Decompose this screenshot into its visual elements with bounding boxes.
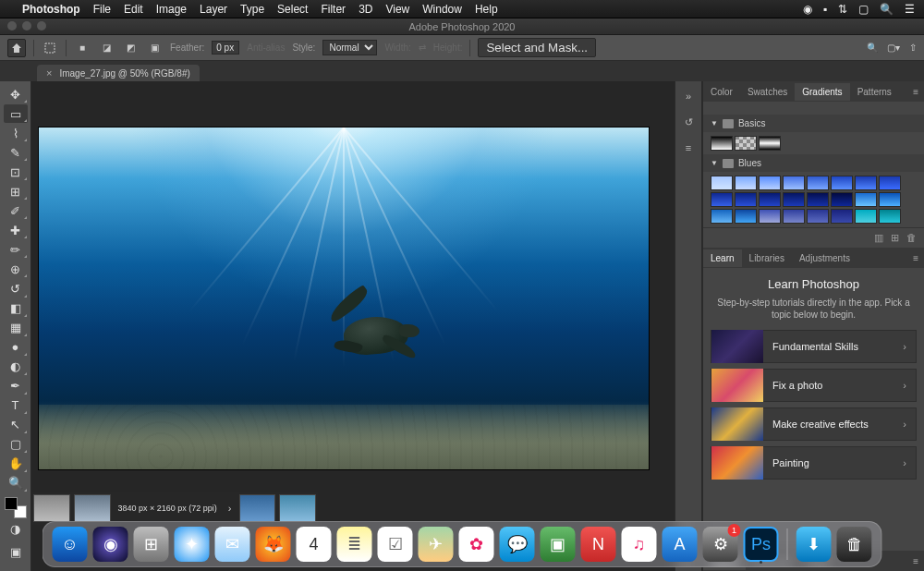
crop-tool[interactable]: ⊡ [4, 163, 28, 181]
dock-finder[interactable]: ☺ [53, 527, 88, 562]
gradient-swatch[interactable] [711, 176, 733, 190]
menu-layer[interactable]: Layer [200, 3, 227, 16]
quick-mask-icon[interactable]: ◑ [4, 519, 28, 539]
gradient-swatch[interactable] [855, 209, 877, 224]
recent-thumb[interactable] [33, 494, 70, 522]
close-window-button[interactable] [7, 21, 17, 30]
rectangle-tool[interactable]: ▢ [4, 435, 28, 454]
lasso-tool[interactable]: ⌇ [4, 124, 28, 142]
menu-filter[interactable]: Filter [321, 3, 346, 16]
dock-trash[interactable]: 🗑 [837, 527, 872, 562]
subtract-selection-icon[interactable]: ◩ [122, 40, 139, 56]
dock-calendar[interactable]: 4 [297, 527, 332, 562]
dock-maps[interactable]: ✈ [419, 527, 454, 562]
delete-gradient-icon[interactable]: 🗑 [906, 232, 917, 244]
feather-input[interactable]: 0 px [212, 41, 239, 55]
dock-notes[interactable]: ≣ [337, 527, 372, 562]
zoom-tool[interactable]: 🔍 [4, 474, 28, 492]
gradient-swatch[interactable] [759, 209, 781, 224]
tab-patterns[interactable]: Patterns [850, 83, 899, 101]
document-tab[interactable]: × Image_27.jpg @ 50% (RGB/8#) [37, 65, 200, 81]
menu-select[interactable]: Select [277, 3, 308, 16]
type-tool[interactable]: T [4, 396, 28, 415]
dock-messages[interactable]: 💬 [500, 527, 535, 562]
properties-panel-icon[interactable]: ≡ [679, 139, 698, 157]
menu-view[interactable]: View [385, 3, 409, 16]
menu-file[interactable]: File [93, 3, 111, 16]
gradient-swatch[interactable] [807, 176, 829, 190]
expand-panels-icon[interactable]: » [679, 87, 698, 105]
cc-status-icon[interactable]: ◉ [803, 3, 812, 16]
gradient-swatch[interactable] [783, 209, 805, 224]
panel-menu-icon[interactable]: ≡ [907, 87, 924, 97]
path-select-tool[interactable]: ↖ [4, 416, 28, 434]
frame-tool[interactable]: ⊞ [4, 182, 28, 200]
gradient-swatch[interactable] [879, 176, 901, 190]
menu-help[interactable]: Help [475, 3, 498, 16]
gradient-swatch[interactable] [879, 209, 901, 224]
blur-tool[interactable]: ● [4, 338, 28, 357]
recent-thumb[interactable] [74, 494, 111, 522]
panel-menu-icon[interactable]: ≡ [907, 253, 924, 263]
learn-card[interactable]: Fix a photo› [711, 369, 917, 402]
learn-card[interactable]: Painting› [711, 446, 917, 480]
gradient-swatch[interactable] [807, 192, 829, 207]
dock-photoshop[interactable]: Ps [744, 527, 779, 562]
dock-safari[interactable]: ✦ [175, 527, 210, 562]
sync-icon[interactable]: ⇅ [838, 3, 847, 16]
gradient-swatch[interactable] [711, 209, 733, 224]
dock-music[interactable]: ♫ [622, 527, 657, 562]
pen-tool[interactable]: ✒ [4, 377, 28, 395]
minimize-window-button[interactable] [22, 21, 31, 30]
dock-launchpad[interactable]: ⊞ [134, 527, 169, 562]
dock-mail[interactable]: ✉ [215, 527, 250, 562]
dock-facetime[interactable]: ▣ [541, 527, 576, 562]
style-select[interactable]: Normal [322, 40, 377, 55]
app-menu[interactable]: Photoshop [22, 3, 80, 16]
gradient-swatch[interactable] [855, 176, 877, 190]
tab-libraries[interactable]: Libraries [742, 249, 792, 267]
menu-image[interactable]: Image [156, 3, 187, 16]
rect-marquee-tool[interactable]: ▭ [4, 104, 28, 123]
dock-firefox[interactable]: 🦊 [256, 527, 291, 562]
dock-reminders[interactable]: ☑ [378, 527, 413, 562]
gradient-swatch[interactable] [855, 192, 877, 207]
zoom-window-button[interactable] [37, 21, 46, 30]
foreground-background-colors[interactable] [5, 497, 27, 518]
menu-3d[interactable]: 3D [359, 3, 372, 16]
gradient-swatch[interactable] [759, 136, 781, 151]
gradient-swatch[interactable] [783, 192, 805, 207]
select-and-mask-button[interactable]: Select and Mask... [478, 38, 596, 57]
gradient-swatch[interactable] [783, 176, 805, 190]
gradient-swatch[interactable] [831, 192, 853, 207]
gradient-swatch[interactable] [735, 136, 757, 151]
new-folder-icon[interactable]: ▥ [874, 232, 883, 244]
learn-card[interactable]: Fundamental Skills› [711, 330, 917, 363]
move-tool[interactable]: ✥ [4, 85, 28, 103]
dock-photos[interactable]: ✿ [459, 527, 494, 562]
workspace-switcher-icon[interactable]: ▢▾ [887, 43, 900, 53]
notification-icon[interactable]: ▪ [823, 3, 827, 16]
search-icon[interactable]: 🔍 [880, 3, 894, 16]
control-center-icon[interactable]: ☰ [905, 3, 915, 16]
gradient-swatch[interactable] [735, 176, 757, 190]
close-tab-icon[interactable]: × [46, 67, 52, 79]
clone-stamp-tool[interactable]: ⊕ [4, 260, 28, 278]
new-selection-icon[interactable]: ■ [74, 40, 91, 56]
gradient-group-header[interactable]: ▼Basics [703, 115, 924, 132]
eyedropper-tool[interactable]: ✐ [4, 201, 28, 220]
healing-brush-tool[interactable]: ✚ [4, 221, 28, 239]
gradient-group-header[interactable]: ▼Blues [703, 154, 924, 172]
new-gradient-icon[interactable]: ⊞ [891, 232, 899, 244]
dock-news[interactable]: N [581, 527, 616, 562]
gradient-swatch[interactable] [711, 192, 733, 207]
gradient-swatch[interactable] [759, 192, 781, 207]
home-button[interactable] [7, 39, 26, 57]
menu-window[interactable]: Window [422, 3, 462, 16]
search-icon[interactable]: 🔍 [867, 43, 878, 53]
brush-tool[interactable]: ✏ [4, 240, 28, 259]
dock-siri[interactable]: ◉ [93, 527, 128, 562]
gradient-swatch[interactable] [831, 209, 853, 224]
dodge-tool[interactable]: ◐ [4, 358, 28, 376]
history-panel-icon[interactable]: ↺ [679, 113, 698, 131]
